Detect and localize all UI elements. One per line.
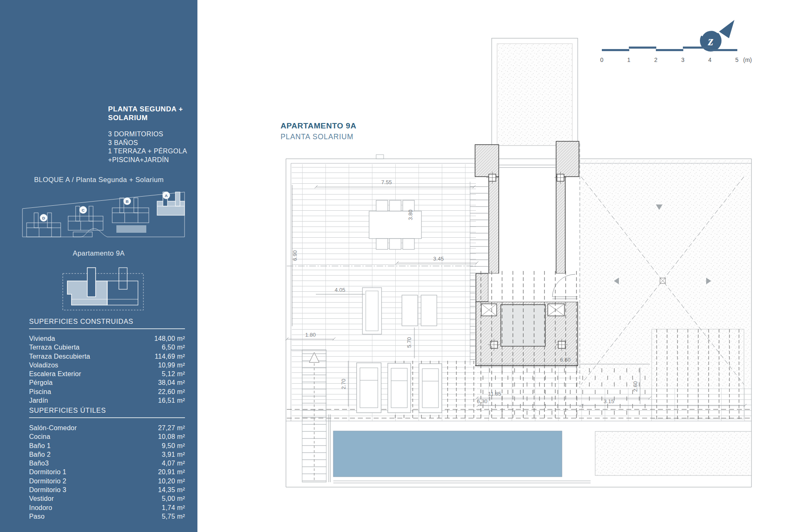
area-row: Pérgola 38,04 m² <box>29 379 185 388</box>
pool <box>333 431 562 477</box>
site-plan-diagram: D C B A <box>20 186 186 240</box>
dining-set <box>369 200 421 249</box>
area-value: 4,07 m² <box>162 460 185 468</box>
terrace-stipple <box>580 160 751 388</box>
area-label: Voladizos <box>29 362 58 370</box>
unit-diagram <box>62 261 145 312</box>
area-row: Terraza Descubierta 114,69 m² <box>29 353 185 362</box>
area-row: Dormitorio 3 14,35 m² <box>29 486 185 495</box>
dimension-label: 1.80 <box>305 332 315 338</box>
feature-line: +PISCINA+JARDÍN <box>108 156 187 165</box>
area-row: Vivienda 148,00 m² <box>29 335 185 344</box>
area-label: Terraza Descubierta <box>29 353 90 362</box>
area-value: 16,51 m² <box>158 397 185 406</box>
site-block-badges: D C B A <box>40 192 170 222</box>
area-label: Dormitorio 3 <box>29 486 66 495</box>
dimension-label: 3.80 <box>407 209 414 220</box>
area-row: Escalera Exterior 5,12 m² <box>29 370 185 379</box>
area-value: 148,00 m² <box>154 335 185 344</box>
area-value: 1,74 m² <box>162 504 185 513</box>
area-row: Baño3 4,07 m² <box>29 460 185 468</box>
area-label: Vivienda <box>29 335 55 344</box>
area-value: 5,75 m² <box>162 513 185 522</box>
area-label: Baño3 <box>29 460 49 468</box>
area-value: 6,50 m² <box>162 344 185 352</box>
dimension-label: 3.45 <box>433 256 443 262</box>
roof-tower <box>492 38 578 145</box>
area-label: Jardín <box>29 397 48 406</box>
area-value: 114,69 m² <box>155 353 185 362</box>
feature-list: 3 DORMITORIOS3 BAÑOS1 TERRAZA + PÉRGOLA+… <box>108 130 187 164</box>
dimension-label: 5.70 <box>406 337 412 347</box>
feature-line: 1 TERRAZA + PÉRGOLA <box>108 147 187 156</box>
svg-text:D: D <box>42 216 45 220</box>
sidebar-title-line1: PLANTA SEGUNDA + <box>108 105 183 113</box>
area-value: 27,27 m² <box>158 424 185 433</box>
area-value: 22,60 m² <box>158 388 185 397</box>
construidas-heading: SUPERFICIES CONSTRUIDAS <box>29 318 185 329</box>
dimension-label: 3.15 <box>603 398 614 404</box>
area-label: Dormitorio 1 <box>29 468 66 477</box>
brochure-page: { "sidebar": { "title_lines": ["PLANTA S… <box>0 0 798 532</box>
area-row: Inodoro 1,74 m² <box>29 504 185 513</box>
area-value: 5,12 m² <box>162 370 185 379</box>
utiles-heading: SUPERFICIES ÚTILES <box>29 406 185 418</box>
apartment-label: Apartamento 9A <box>0 249 197 257</box>
area-row: Terraza Cubierta 6,50 m² <box>29 344 185 352</box>
area-row: Dormitorio 1 20,91 m² <box>29 468 185 477</box>
area-value: 20,91 m² <box>158 468 185 477</box>
sidebar-title: PLANTA SEGUNDA + SOLARIUM <box>108 105 183 122</box>
sidebar-title-line2: SOLARIUM <box>108 113 183 122</box>
dimension-label: 6.90 <box>292 250 298 261</box>
area-row: Vestidor 5,00 m² <box>29 495 185 504</box>
area-label: Inodoro <box>29 504 52 513</box>
area-row: Salón-Comedor 27,27 m² <box>29 424 185 433</box>
site-building-a-highlighted <box>157 192 185 215</box>
area-row: Paso 5,75 m² <box>29 513 185 522</box>
utiles-table: Salón-Comedor 27,27 m² Cocina 10,08 m² B… <box>29 424 185 522</box>
area-label: Escalera Exterior <box>29 370 81 379</box>
area-label: Cocina <box>29 433 50 442</box>
stair-core <box>470 141 579 366</box>
area-label: Dormitorio 2 <box>29 478 66 486</box>
area-row: Baño 1 9,50 m² <box>29 442 185 451</box>
area-value: 38,04 m² <box>158 379 185 388</box>
block-label: BLOQUE A / Planta Segunda + Solarium <box>12 176 186 184</box>
svg-text:C: C <box>82 208 85 212</box>
feature-line: 3 BAÑOS <box>108 139 187 148</box>
svg-text:A: A <box>165 193 168 198</box>
dimension-label: 2.70 <box>340 379 347 389</box>
feature-line: 3 DORMITORIOS <box>108 130 187 139</box>
area-label: Paso <box>29 513 44 522</box>
garden <box>595 431 751 475</box>
construidas-table: Vivienda 148,00 m² Terraza Cubierta 6,50… <box>29 335 185 406</box>
area-label: Baño 2 <box>29 451 51 460</box>
area-row: Jardín 16,51 m² <box>29 397 185 406</box>
area-label: Terraza Cubierta <box>29 344 79 352</box>
area-label: Vestidor <box>29 495 54 504</box>
area-row: Cocina 10,08 m² <box>29 433 185 442</box>
area-label: Salón-Comedor <box>29 424 77 433</box>
area-value: 5,00 m² <box>162 495 185 504</box>
svg-text:B: B <box>126 199 129 204</box>
area-label: Baño 1 <box>29 442 51 451</box>
dimension-label: 6.60 <box>560 357 570 363</box>
area-row: Piscina 22,60 m² <box>29 388 185 397</box>
pool-coping-line <box>333 481 591 483</box>
area-row: Baño 2 3,91 m² <box>29 451 185 460</box>
area-row: Dormitorio 2 10,20 m² <box>29 478 185 486</box>
area-value: 9,50 m² <box>162 442 185 451</box>
area-label: Pérgola <box>29 379 53 388</box>
area-value: 3,91 m² <box>162 451 185 460</box>
sidebar: PLANTA SEGUNDA + SOLARIUM 3 DORMITORIOS3… <box>0 0 197 532</box>
area-row: Voladizos 10,99 m² <box>29 362 185 370</box>
floor-plan: 7.55 3.80 6.90 3.45 4.05 1.80 2.70 5.70 … <box>274 25 756 499</box>
dimension-label: 7.55 <box>381 179 392 185</box>
area-value: 10,99 m² <box>158 362 185 370</box>
dimension-label: 2.60 <box>632 381 638 392</box>
area-value: 14,35 m² <box>158 486 185 495</box>
joist-ticks <box>478 368 648 418</box>
dimension-label: 4.05 <box>335 287 345 293</box>
sun-loungers <box>357 363 442 413</box>
dimension-label: 6.30 <box>477 398 487 404</box>
